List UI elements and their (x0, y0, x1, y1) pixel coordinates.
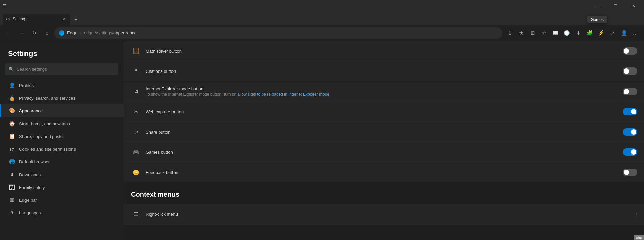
web-capture-icon: ✂ (131, 107, 141, 117)
share-copy-icon: 📋 (9, 133, 15, 139)
tab-label: Settings (13, 17, 27, 21)
tab-bar: ⚙ Settings ✕ + (0, 12, 644, 25)
history-icon[interactable]: 🕐 (561, 28, 572, 38)
sidebar-item-cookies[interactable]: 🗂 Cookies and site permissions (0, 143, 124, 155)
right-click-menu-row[interactable]: ☰ Right-click menu › (124, 204, 644, 225)
sidebar-item-label: Family safety (19, 185, 45, 190)
toggle-thumb (624, 170, 629, 175)
search-icon: 🔍 (9, 67, 14, 72)
feedback-button-label: Feedback button (146, 170, 623, 175)
toolbar-icons: ⇫ ★ ⊞ ☆ 📖 🕐 ⬇ 🧩 ⚡ ↗ 👤 … (504, 28, 641, 38)
performance-icon[interactable]: ⚡ (596, 28, 606, 38)
reading-list-icon[interactable]: 📖 (550, 28, 561, 38)
share-button-content: Share button (146, 130, 623, 135)
sidebar-item-start-home[interactable]: 🏠 Start, home, and new tabs (0, 117, 124, 130)
sidebar-toggle-icon[interactable]: ☰ (3, 3, 7, 8)
home-button[interactable]: ⌂ (42, 28, 52, 38)
context-menus-header: Context menus (124, 183, 644, 204)
php-badge: php (634, 235, 644, 240)
window-controls: — ☐ ✕ (590, 0, 641, 12)
sidebar-item-label: Start, home, and new tabs (19, 121, 70, 126)
address-bar-input[interactable]: Edge | edge://settings/appearance (54, 27, 502, 39)
chevron-right-icon: › (636, 211, 637, 217)
games-button-toggle[interactable] (623, 148, 637, 156)
favorites-icon[interactable]: ★ (516, 28, 527, 38)
web-capture-toggle[interactable] (623, 108, 637, 115)
search-placeholder: Search settings (17, 67, 47, 72)
sidebar-item-share-copy[interactable]: 📋 Share, copy and paste (0, 130, 124, 143)
new-tab-button[interactable]: + (71, 15, 81, 25)
back-button[interactable]: ← (3, 28, 14, 38)
start-home-icon: 🏠 (9, 121, 15, 127)
sidebar-item-label: Profiles (19, 83, 34, 88)
maximize-button[interactable]: ☐ (608, 0, 623, 12)
sidebar-item-family-safety[interactable]: 👨‍👩‍👧 Family safety (0, 181, 124, 194)
downloads-icon[interactable]: ⬇ (573, 28, 584, 38)
share-toolbar-icon[interactable]: ↗ (607, 28, 618, 38)
settings-tab[interactable]: ⚙ Settings ✕ (3, 14, 70, 25)
close-button[interactable]: ✕ (626, 0, 641, 12)
math-solver-toggle[interactable] (623, 47, 637, 55)
sidebar-item-default-browser[interactable]: 🌐 Default browser (0, 155, 124, 168)
toggle-thumb (624, 89, 629, 94)
share-button-row: ↗ Share button (124, 122, 644, 142)
games-button-content: Games button (146, 150, 623, 155)
sidebar-item-label: Appearance (19, 108, 43, 113)
right-click-menu-content: ☰ Right-click menu (131, 209, 178, 219)
math-solver-row: 🧮 Math solver button (124, 41, 644, 61)
tab-close-button[interactable]: ✕ (61, 16, 66, 22)
games-button-label: Games button (146, 150, 623, 155)
sidebar: Settings 🔍 Search settings 👤 Profiles 🔒 … (0, 41, 124, 240)
citations-label: Citations button (146, 69, 623, 74)
sidebar-item-label: Languages (19, 210, 41, 215)
extensions-icon[interactable]: 🧩 (584, 28, 595, 38)
ie-mode-sub: To show the Internet Explorer mode butto… (146, 92, 623, 97)
share-button-label: Share button (146, 130, 623, 135)
feedback-button-toggle[interactable] (623, 169, 637, 176)
games-tooltip: Games (587, 16, 607, 23)
family-safety-icon: 👨‍👩‍👧 (9, 184, 15, 190)
sidebar-item-label: Cookies and site permissions (19, 147, 76, 152)
games-button-row: ➜ 🎮 Games button (124, 142, 644, 162)
ie-mode-toggle[interactable] (623, 88, 637, 95)
games-button-icon: 🎮 (131, 147, 141, 157)
profile-icon[interactable]: 👤 (618, 28, 629, 38)
sidebar-item-appearance[interactable]: 🎨 Appearance (0, 104, 124, 117)
share-page-icon[interactable]: ⇫ (504, 28, 515, 38)
citations-row: ❝ Citations button (124, 61, 644, 81)
sidebar-item-profiles[interactable]: 👤 Profiles (0, 79, 124, 92)
citations-content: Citations button (146, 69, 623, 74)
appearance-icon: 🎨 (9, 108, 15, 114)
sidebar-item-languages[interactable]: A Languages (0, 206, 124, 219)
feedback-button-row: 😊 Feedback button (124, 162, 644, 182)
share-button-toggle[interactable] (623, 128, 637, 136)
math-solver-content: Math solver button (146, 49, 623, 54)
more-options-icon[interactable]: … (630, 28, 641, 38)
address-bar: ← → ↻ ⌂ Edge | edge://settings/appearanc… (0, 25, 644, 41)
collections-icon[interactable]: ⊞ (527, 28, 538, 38)
address-separator: | (80, 30, 81, 35)
ie-mode-link[interactable]: allow sites to be reloaded in Internet E… (238, 92, 330, 97)
sidebar-item-privacy[interactable]: 🔒 Privacy, search, and services (0, 92, 124, 104)
ie-mode-sub-text: To show the Internet Explorer mode butto… (146, 92, 238, 97)
minimize-button[interactable]: — (590, 0, 605, 12)
math-solver-icon: 🧮 (131, 46, 141, 56)
toggle-thumb (624, 48, 629, 54)
forward-button[interactable]: → (16, 28, 27, 38)
toggle-thumb (624, 68, 629, 74)
ie-mode-row: 🖥 Internet Explorer mode button To show … (124, 82, 644, 102)
right-click-menu-icon: ☰ (131, 209, 141, 219)
search-box[interactable]: 🔍 Search settings (5, 63, 118, 75)
sidebar-item-edge-bar[interactable]: ▦ Edge bar (0, 194, 124, 206)
citations-toggle[interactable] (623, 67, 637, 75)
refresh-button[interactable]: ↻ (29, 28, 40, 38)
add-favorites-icon[interactable]: ☆ (539, 28, 549, 38)
ie-mode-content: Internet Explorer mode button To show th… (146, 86, 623, 97)
address-url: edge://settings/appearance (84, 30, 137, 35)
toggle-thumb (631, 149, 636, 155)
languages-icon: A (9, 210, 15, 216)
sidebar-item-downloads[interactable]: ⬇ Downloads (0, 168, 124, 181)
share-button-icon: ↗ (131, 127, 141, 137)
right-click-menu-label: Right-click menu (146, 212, 178, 217)
sidebar-item-label: Default browser (19, 159, 50, 164)
